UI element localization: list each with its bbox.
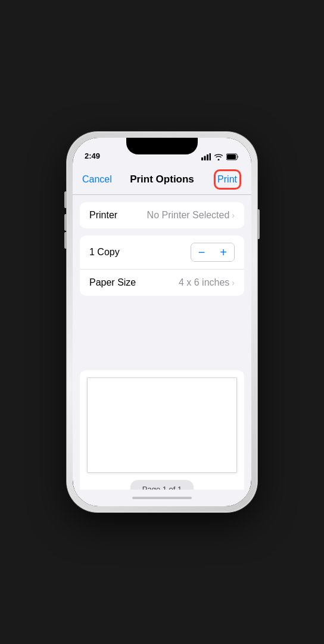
status-bar: 2:49 (73, 138, 251, 164)
cancel-button[interactable]: Cancel (82, 174, 112, 185)
nav-bar: Cancel Print Options Print (73, 164, 251, 195)
nav-title: Print Options (130, 174, 194, 185)
preview-area: Page 1 of 1 (80, 370, 244, 490)
notch (126, 138, 198, 154)
status-time: 2:49 (85, 151, 100, 160)
phone-frame: 2:49 (67, 132, 257, 512)
printer-value[interactable]: No Printer Selected › (147, 210, 235, 221)
phone-inner: 2:49 (73, 138, 251, 506)
copy-stepper: − + (191, 243, 235, 262)
status-icons (201, 153, 239, 160)
svg-rect-3 (210, 153, 211, 160)
printer-label: Printer (89, 210, 117, 221)
page-indicator: Page 1 of 1 (130, 480, 194, 490)
home-bar (132, 497, 192, 499)
svg-rect-5 (227, 154, 236, 159)
svg-rect-1 (204, 156, 206, 161)
paper-size-value-text: 4 x 6 inches (179, 277, 229, 288)
paper-size-chevron-icon: › (232, 278, 235, 287)
copy-label: 1 Copy (89, 247, 120, 258)
paper-size-value[interactable]: 4 x 6 inches › (179, 277, 235, 288)
stepper-minus-button[interactable]: − (191, 243, 213, 261)
copy-section: 1 Copy − + Paper Size 4 x 6 inches › (80, 236, 244, 296)
svg-rect-2 (207, 154, 208, 160)
print-button-wrapper: Print (213, 174, 242, 185)
content-area: Printer No Printer Selected › 1 Copy − (73, 195, 251, 490)
printer-section: Printer No Printer Selected › (80, 202, 244, 228)
stepper-plus-button[interactable]: + (213, 243, 234, 261)
home-indicator (73, 490, 251, 506)
spacer (73, 296, 251, 363)
wifi-icon (214, 153, 223, 160)
paper-size-row[interactable]: Paper Size 4 x 6 inches › (80, 270, 244, 296)
paper-size-label: Paper Size (89, 277, 136, 288)
battery-icon (226, 153, 239, 160)
printer-value-text: No Printer Selected (147, 210, 230, 221)
printer-row[interactable]: Printer No Printer Selected › (80, 202, 244, 228)
copy-row: 1 Copy − + (80, 236, 244, 270)
svg-rect-0 (201, 157, 203, 160)
print-button[interactable]: Print (213, 172, 242, 187)
printer-chevron-icon: › (232, 210, 235, 220)
screen: 2:49 (73, 138, 251, 506)
signal-icon (201, 153, 211, 160)
preview-page (87, 377, 237, 473)
